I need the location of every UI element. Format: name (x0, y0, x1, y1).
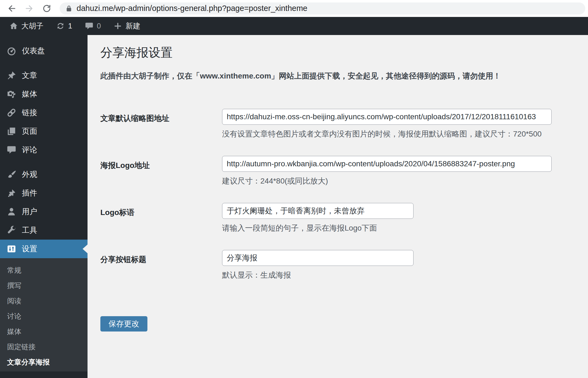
admin-bar-new[interactable]: 新建 (113, 21, 140, 31)
lock-icon (65, 5, 73, 12)
back-icon (7, 4, 16, 13)
admin-sidebar: 仪表盘 文章 媒体 链接 页面 (0, 35, 88, 378)
users-icon (7, 207, 16, 217)
submenu-item-writing[interactable]: 撰写 (0, 278, 88, 293)
admin-bar-new-label: 新建 (126, 21, 140, 31)
sidebar-item-label: 链接 (22, 107, 37, 118)
sidebar-item-label: 媒体 (22, 89, 37, 99)
comment-bubble-icon (85, 22, 94, 30)
admin-layout: 仪表盘 文章 媒体 链接 页面 (0, 35, 588, 378)
field: 没有设置文章特色图片或者文章内没有图片的时候，海报使用默认缩略图，建议尺寸：72… (222, 109, 552, 138)
sidebar-item-label: 仪表盘 (22, 46, 45, 56)
sidebar-item-settings[interactable]: 设置 (0, 240, 88, 258)
sidebar-item-plugins[interactable]: 插件 (0, 184, 88, 202)
forward-button[interactable] (25, 4, 34, 13)
form-row-share-button-title: 分享按钮标题 默认显示：生成海报 (100, 250, 572, 280)
menu-separator (0, 60, 88, 66)
sidebar-item-label: 用户 (22, 207, 37, 217)
field-label: 海报Logo地址 (100, 156, 222, 185)
browser-chrome: dahuzi.me/wp-admin/options-general.php?p… (0, 0, 588, 17)
admin-bar-site-name: 大胡子 (21, 21, 43, 31)
tools-icon (7, 225, 16, 235)
sidebar-item-tools[interactable]: 工具 (0, 221, 88, 240)
sidebar-item-posts[interactable]: 文章 (0, 66, 88, 85)
settings-icon (7, 244, 16, 254)
updates-icon (56, 22, 65, 30)
reload-button[interactable] (42, 4, 51, 13)
sidebar-item-label: 页面 (22, 126, 37, 136)
page-title: 分享海报设置 (100, 45, 572, 60)
submenu-item-reading[interactable]: 阅读 (0, 293, 88, 309)
link-icon (7, 108, 16, 118)
back-button[interactable] (7, 4, 16, 13)
sidebar-item-users[interactable]: 用户 (0, 202, 88, 221)
field-help: 没有设置文章特色图片或者文章内没有图片的时候，海报使用默认缩略图，建议尺寸：72… (222, 130, 552, 138)
thumbnail-url-input[interactable] (222, 109, 552, 125)
home-icon (9, 22, 18, 30)
submenu-item-share-poster[interactable]: 文章分享海报 (0, 354, 88, 370)
field: 请输入一段简短的句子，显示在海报Logo下面 (222, 203, 414, 232)
plus-icon (113, 22, 122, 30)
admin-bar-updates[interactable]: 1 (56, 22, 72, 30)
pages-icon (7, 126, 16, 136)
field-label: 文章默认缩略图地址 (100, 109, 222, 138)
url-text: dahuzi.me/wp-admin/options-general.php?p… (77, 4, 307, 13)
settings-submenu: 常规 撰写 阅读 讨论 媒体 固定链接 文章分享海报 (0, 258, 88, 371)
reload-icon (42, 4, 51, 13)
dashboard-icon (7, 46, 16, 56)
plugin-icon (7, 188, 16, 198)
sidebar-item-dashboard[interactable]: 仪表盘 (0, 42, 88, 60)
sidebar-item-label: 设置 (22, 244, 37, 254)
logo-url-input[interactable] (222, 156, 552, 172)
field-label: 分享按钮标题 (100, 250, 222, 280)
share-button-title-input[interactable] (222, 250, 414, 266)
menu-separator (0, 159, 88, 165)
submenu-item-discussion[interactable]: 讨论 (0, 309, 88, 324)
sidebar-item-appearance[interactable]: 外观 (0, 165, 88, 184)
form-row-logo-slogan: Logo标语 请输入一段简短的句子，显示在海报Logo下面 (100, 203, 572, 232)
sidebar-item-label: 文章 (22, 70, 37, 81)
wp-admin-bar: 大胡子 1 0 新建 (0, 17, 588, 35)
sidebar-item-pages[interactable]: 页面 (0, 122, 88, 141)
field-label: Logo标语 (100, 203, 222, 232)
plugin-notice: 此插件由大胡子制作，仅在「www.xintheme.com」网站上面提供下载，安… (100, 72, 572, 80)
form-row-logo-url: 海报Logo地址 建议尺寸：244*80(或同比放大) (100, 156, 572, 185)
media-icon (7, 89, 16, 99)
sidebar-item-media[interactable]: 媒体 (0, 85, 88, 103)
appearance-icon (7, 170, 16, 179)
submenu-item-permalinks[interactable]: 固定链接 (0, 339, 88, 354)
comment-icon (7, 145, 16, 155)
save-changes-button[interactable]: 保存更改 (100, 316, 147, 332)
settings-page: 分享海报设置 此插件由大胡子制作，仅在「www.xintheme.com」网站上… (88, 35, 588, 378)
sidebar-item-label: 评论 (22, 145, 37, 155)
poster-settings-form: 文章默认缩略图地址 没有设置文章特色图片或者文章内没有图片的时候，海报使用默认缩… (100, 109, 572, 332)
field-help: 默认显示：生成海报 (222, 271, 414, 280)
pushpin-icon (7, 71, 16, 80)
field-help: 请输入一段简短的句子，显示在海报Logo下面 (222, 224, 414, 232)
comments-count: 0 (97, 22, 101, 30)
submenu-item-general[interactable]: 常规 (0, 263, 88, 278)
url-bar[interactable]: dahuzi.me/wp-admin/options-general.php?p… (60, 2, 585, 14)
updates-count: 1 (68, 22, 72, 30)
forward-icon (25, 4, 34, 13)
submenu-item-media[interactable]: 媒体 (0, 324, 88, 339)
field-help: 建议尺寸：244*80(或同比放大) (222, 177, 552, 185)
form-row-thumbnail-url: 文章默认缩略图地址 没有设置文章特色图片或者文章内没有图片的时候，海报使用默认缩… (100, 109, 572, 138)
admin-bar-site[interactable]: 大胡子 (9, 21, 43, 31)
field: 建议尺寸：244*80(或同比放大) (222, 156, 552, 185)
admin-bar-comments[interactable]: 0 (85, 22, 101, 30)
sidebar-item-label: 工具 (22, 225, 37, 235)
sidebar-item-links[interactable]: 链接 (0, 103, 88, 122)
sidebar-item-label: 插件 (22, 188, 37, 198)
field: 默认显示：生成海报 (222, 250, 414, 280)
sidebar-item-label: 外观 (22, 169, 37, 180)
sidebar-item-comments[interactable]: 评论 (0, 141, 88, 159)
logo-slogan-input[interactable] (222, 203, 414, 219)
